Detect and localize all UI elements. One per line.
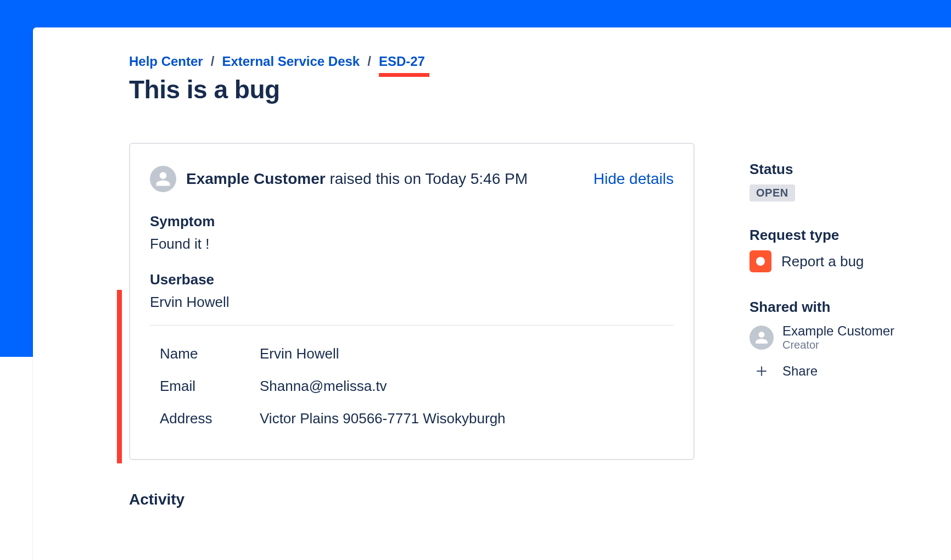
- sidebar: Status OPEN Request type Report a bug Sh…: [749, 54, 942, 508]
- request-type-row: Report a bug: [749, 250, 942, 272]
- symptom-text: Found it !: [150, 236, 674, 253]
- activity-heading: Activity: [129, 491, 695, 508]
- share-button[interactable]: Share: [749, 359, 942, 383]
- header-curve: [0, 0, 33, 357]
- breadcrumb-link-ticket-id[interactable]: ESD-27: [379, 54, 425, 69]
- breadcrumb: Help Center / External Service Desk / ES…: [129, 54, 695, 69]
- request-type-heading: Request type: [749, 227, 942, 244]
- avatar: [150, 166, 176, 192]
- breadcrumb-link-help-center[interactable]: Help Center: [129, 54, 203, 69]
- userbase-label: Userbase: [150, 271, 674, 288]
- share-label: Share: [782, 363, 818, 379]
- status-heading: Status: [749, 161, 942, 178]
- field-row-address: Address Victor Plains 90566-7771 Wisokyb…: [150, 402, 674, 435]
- breadcrumb-separator: /: [211, 54, 215, 69]
- bug-icon: [749, 250, 771, 272]
- shared-user-name: Example Customer: [782, 323, 894, 339]
- person-icon: [754, 331, 769, 345]
- plus-icon: [749, 359, 774, 383]
- divider: [150, 325, 674, 326]
- shared-user-row: Example Customer Creator: [749, 323, 942, 351]
- details-card: Example Customer raised this on Today 5:…: [129, 143, 695, 460]
- highlight-marker: [117, 290, 122, 463]
- field-row-email: Email Shanna@melissa.tv: [150, 370, 674, 402]
- breadcrumb-separator: /: [367, 54, 371, 69]
- hide-details-link[interactable]: Hide details: [594, 170, 674, 188]
- field-val: Ervin Howell: [260, 345, 339, 362]
- raised-by-text: Example Customer raised this on Today 5:…: [186, 170, 528, 188]
- request-type-value: Report a bug: [781, 253, 864, 270]
- field-key: Email: [160, 378, 260, 395]
- field-key: Address: [160, 410, 260, 427]
- field-row-name: Name Ervin Howell: [150, 338, 674, 370]
- breadcrumb-link-service-desk[interactable]: External Service Desk: [222, 54, 360, 69]
- status-badge: OPEN: [749, 184, 795, 201]
- page-card: Help Center / External Service Desk / ES…: [33, 27, 951, 560]
- avatar: [749, 326, 774, 350]
- raised-by-name: Example Customer: [186, 170, 326, 187]
- shared-user-role: Creator: [782, 339, 894, 351]
- field-val: Shanna@melissa.tv: [260, 378, 387, 395]
- raised-on-text: raised this on Today 5:46 PM: [326, 170, 528, 187]
- field-val: Victor Plains 90566-7771 Wisokyburgh: [260, 410, 506, 427]
- field-key: Name: [160, 345, 260, 362]
- shared-with-heading: Shared with: [749, 299, 942, 316]
- person-icon: [155, 171, 171, 187]
- userbase-name: Ervin Howell: [150, 294, 674, 311]
- symptom-label: Symptom: [150, 213, 674, 230]
- card-header: Example Customer raised this on Today 5:…: [150, 166, 674, 192]
- page-title: This is a bug: [129, 75, 695, 104]
